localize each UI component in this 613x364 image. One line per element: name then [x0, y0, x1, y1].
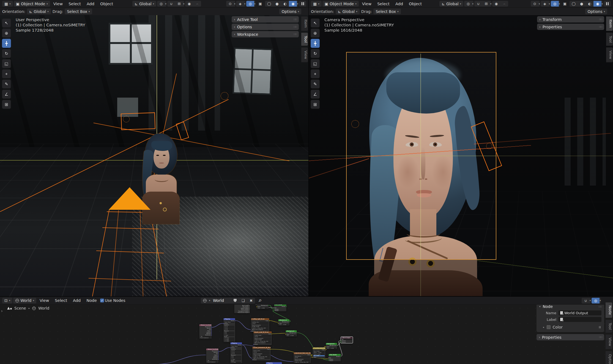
node-mapping-1[interactable]: ▾ MappingVectorType: PointVectorLocation…	[223, 318, 235, 342]
transform-orientation-dropdown[interactable]: ⊾Global▾	[132, 1, 156, 7]
tab-view[interactable]: View	[606, 334, 612, 349]
editor-type-button[interactable]: ⊡▾	[2, 298, 12, 304]
node-socket[interactable]	[256, 306, 258, 307]
overlays-icon[interactable]: ◎	[551, 1, 559, 7]
xray-toggle-icon[interactable]: ▣	[256, 1, 264, 7]
node-socket[interactable]	[271, 333, 272, 335]
visibility-eye-icon[interactable]: ⊙	[226, 1, 234, 7]
node-socket[interactable]	[218, 351, 219, 352]
fake-user-shield-icon[interactable]	[231, 298, 239, 304]
panel-workspace[interactable]: ›Workspace∷∷	[232, 31, 299, 37]
node-world-output[interactable]: ▾ World OutputAllSurfaceVolume	[341, 337, 353, 343]
tweak-select-tool-button[interactable]: ↖	[2, 18, 11, 27]
node-name-field[interactable]: World Output	[559, 310, 601, 315]
node-socket[interactable]	[253, 344, 254, 345]
node-socket[interactable]	[274, 310, 275, 311]
measure-tool-button[interactable]: ∠	[311, 90, 320, 99]
shading-wireframe-icon[interactable]: ◯	[570, 1, 578, 7]
node-socket[interactable]	[328, 360, 329, 361]
node-row[interactable]: X 1.000	[224, 338, 235, 339]
panel-drag-dots-icon[interactable]: ∷∷	[599, 25, 602, 28]
node-row[interactable]: From Instancer	[206, 362, 218, 363]
node-socket[interactable]	[340, 356, 341, 357]
sliders-icon[interactable]: ≡	[598, 326, 602, 329]
node-row[interactable]: Equirectangular	[254, 338, 272, 339]
node-env-studio[interactable]: ▾ studio_small_08_4k.exrColorstudio_smal…	[253, 331, 272, 345]
node-socket[interactable]	[328, 357, 329, 359]
node-row[interactable]: X 0 m	[224, 326, 235, 327]
falloff-curve-icon[interactable]: ⌢	[193, 1, 201, 7]
menu-add[interactable]: Add	[84, 2, 97, 6]
panel-drag-dots-icon[interactable]: ∷∷	[599, 18, 602, 21]
xray-toggle-icon[interactable]: ▣	[561, 1, 569, 7]
node-row[interactable]: rooftop_nig…	[251, 322, 269, 323]
node-socket[interactable]	[218, 357, 219, 359]
drag-select[interactable]: Select Box▾	[65, 9, 92, 14]
orientation-select[interactable]: ⊾Global▾	[27, 9, 51, 14]
shading-rendered-icon[interactable]: ◉	[289, 1, 297, 7]
node-row[interactable]: Linear	[253, 352, 271, 353]
node-socket[interactable]	[211, 328, 212, 329]
node-graph[interactable]: ▾ Light PathIs Transmission RayRay Lengt…	[0, 297, 613, 364]
snap-magnet-icon[interactable]: ∪	[167, 1, 175, 7]
node-row[interactable]: abandoned_…	[294, 356, 311, 357]
tab-tool[interactable]: Tool	[606, 32, 613, 46]
node-row[interactable]: Y 0 m	[224, 327, 235, 329]
panel-drag-dots-icon[interactable]: ∷∷	[598, 305, 601, 308]
node-socket[interactable]	[325, 346, 327, 348]
menu-view[interactable]: View	[51, 2, 65, 6]
shading-solid-icon[interactable]: ●	[578, 1, 585, 7]
tab-options[interactable]: Options	[606, 351, 612, 364]
node-socket[interactable]	[218, 352, 219, 353]
node-row[interactable]: Equirectangular	[251, 325, 269, 326]
character-bust-small[interactable]	[138, 133, 184, 224]
transform-orientation-dropdown[interactable]: ⊾Global▾	[439, 1, 463, 7]
node-row[interactable]: Stre… 0.300	[257, 308, 269, 309]
cursor-tool-button[interactable]: ⊕	[311, 29, 320, 38]
tab-view[interactable]: View	[301, 47, 308, 62]
shading-material-icon[interactable]: ◐	[585, 1, 593, 7]
options-dropdown[interactable]: Options▾	[585, 9, 607, 14]
pivot-point-icon[interactable]: ◎	[157, 1, 165, 7]
node-socket[interactable]	[211, 332, 212, 333]
tab-item[interactable]: Item	[301, 16, 308, 31]
tab-tool[interactable]: Tool	[301, 32, 308, 46]
duplicate-datablock-icon[interactable]: ❏	[239, 298, 247, 304]
node-row[interactable]: Y 0°	[231, 357, 242, 359]
node-row[interactable]: Linear	[254, 336, 272, 338]
falloff-curve-icon[interactable]: ⌢	[500, 1, 508, 7]
node-socket[interactable]	[312, 357, 313, 358]
tab-item[interactable]: Item	[606, 16, 613, 31]
node-row[interactable]: Color S… Linear Rec.709	[253, 356, 271, 358]
node-row[interactable]: Equirectangular	[294, 359, 311, 360]
orientation-select[interactable]: ⊾Global▾	[336, 9, 360, 14]
node-background-c[interactable]: ▾ BackgroundBackgroundColorStre… 0.100	[286, 330, 297, 337]
node-socket[interactable]	[269, 320, 270, 321]
node-row[interactable]: Stre… 0.100	[278, 324, 289, 326]
node-row[interactable]: Single Image	[254, 339, 272, 341]
node-socket[interactable]	[270, 349, 271, 350]
menu-select[interactable]: Select	[66, 2, 83, 6]
menu-view[interactable]: View	[360, 2, 374, 6]
node-row[interactable]: Color S… Linear Rec.709	[251, 328, 269, 329]
menu-view[interactable]: View	[37, 298, 51, 303]
panel-options[interactable]: ›Options∷∷	[232, 24, 299, 30]
overlays-icon[interactable]: ◎	[592, 298, 600, 304]
light-gizmo-circle[interactable]	[123, 116, 130, 122]
node-row[interactable]: Stre… 0.200	[326, 348, 337, 349]
snap-target-icon[interactable]: ⊞	[175, 1, 183, 7]
editor-type-button[interactable]: ▦▾	[2, 1, 13, 7]
node-socket[interactable]	[218, 353, 219, 354]
editor-type-button[interactable]: ▦▾	[311, 1, 322, 7]
node-row[interactable]: Value 1.000	[313, 354, 325, 355]
node-row[interactable]: Single Image	[251, 326, 269, 327]
node-socket[interactable]	[249, 312, 250, 313]
node-row[interactable]: Color S… Linear Rec.709	[294, 362, 311, 363]
node-row[interactable]: Y 0 m	[231, 352, 242, 353]
node-socket[interactable]	[278, 323, 279, 324]
node-row[interactable]: Z 1.000	[224, 341, 235, 342]
options-dropdown[interactable]: Options▾	[279, 9, 301, 14]
node-socket[interactable]	[249, 308, 250, 309]
viewport-right-canvas[interactable]: Camera Perspective (1) Collection | Came…	[309, 15, 613, 296]
node-texcoord-1[interactable]: ▾ Texture CoordinateGeneratedNormalUVObj…	[199, 324, 212, 339]
